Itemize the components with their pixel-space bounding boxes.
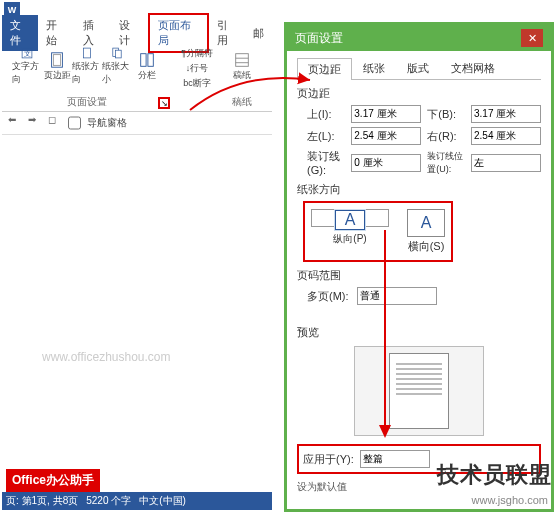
columns-button[interactable]: 分栏: [132, 46, 162, 86]
dlg-tab-layout[interactable]: 版式: [396, 57, 440, 79]
gutter-pos-select[interactable]: [471, 154, 541, 172]
qat-square[interactable]: ◻: [48, 114, 64, 130]
svg-rect-6: [116, 50, 122, 58]
ribbon: 文件 开始 插入 设计 页面布局 引用 邮 文文字方向 页边距 纸张方向 纸张大…: [2, 22, 272, 135]
right-label: 右(R):: [427, 129, 465, 144]
margins-button[interactable]: 页边距: [42, 46, 72, 86]
dialog-titlebar: 页面设置 ✕: [287, 25, 551, 51]
manuscript-button[interactable]: 稿纸: [227, 46, 257, 86]
office-badge: Office办公助手: [6, 469, 100, 492]
section-orient-label: 纸张方向: [297, 182, 541, 197]
group-manuscript-label: 稿纸: [232, 95, 252, 109]
svg-text:文: 文: [24, 50, 31, 57]
quick-access: ⬅ ➡ ◻ 导航窗格: [2, 112, 272, 135]
preview-box: [354, 346, 484, 436]
gutter-input[interactable]: [351, 154, 421, 172]
gutter-label: 装订线(G):: [307, 149, 345, 176]
top-input[interactable]: [351, 105, 421, 123]
orientation-portrait[interactable]: A 纵向(P): [311, 209, 389, 227]
portrait-icon: A: [335, 210, 365, 230]
right-input[interactable]: [471, 127, 541, 145]
line-numbers-button[interactable]: ↓行号: [184, 61, 211, 76]
svg-rect-4: [84, 48, 91, 58]
status-bar: 页: 第1页, 共8页 5220 个字 中文(中国): [2, 492, 272, 510]
page-setup-dialog-launcher[interactable]: ↘: [158, 97, 170, 109]
group-page-setup-label: 页面设置: [67, 95, 107, 109]
set-default-button[interactable]: 设为默认值: [297, 480, 347, 494]
dlg-tab-margins[interactable]: 页边距: [297, 58, 352, 80]
status-words: 5220 个字: [86, 494, 131, 508]
qat-back[interactable]: ⬅: [8, 114, 24, 130]
close-button[interactable]: ✕: [521, 29, 543, 47]
tab-mailings[interactable]: 邮: [245, 23, 272, 44]
landscape-icon: A: [407, 209, 445, 237]
dialog-title: 页面设置: [295, 30, 343, 47]
orientation-landscape[interactable]: A 横向(S): [407, 209, 445, 254]
watermark: www.officezhushou.com: [42, 350, 171, 364]
svg-rect-7: [141, 53, 146, 66]
brand-url: www.jsgho.com: [472, 494, 548, 506]
dlg-tab-grid[interactable]: 文档网格: [440, 57, 506, 79]
nav-pane-label: 导航窗格: [85, 114, 129, 132]
size-button[interactable]: 纸张大小: [102, 46, 132, 86]
apply-label: 应用于(Y):: [303, 452, 354, 467]
orientation-button[interactable]: 纸张方向: [72, 46, 102, 86]
apply-select[interactable]: [360, 450, 430, 468]
section-pages-label: 页码范围: [297, 268, 541, 283]
qat-forward[interactable]: ➡: [28, 114, 44, 130]
status-lang: 中文(中国): [139, 494, 186, 508]
left-input[interactable]: [351, 127, 421, 145]
bottom-label: 下(B):: [427, 107, 465, 122]
document-area[interactable]: www.officezhushou.com: [2, 140, 272, 490]
page-setup-dialog: 页面设置 ✕ 页边距 纸张 版式 文档网格 页边距 上(I): 下(B): 左(…: [284, 22, 554, 512]
multi-label: 多页(M):: [307, 289, 349, 304]
brand-overlay: 技术员联盟: [437, 460, 552, 490]
multi-select[interactable]: [357, 287, 437, 305]
gutter-pos-label: 装订线位置(U):: [427, 150, 465, 176]
hyphenation-button[interactable]: bc断字: [181, 76, 213, 91]
dlg-tab-paper[interactable]: 纸张: [352, 57, 396, 79]
section-preview-label: 预览: [297, 325, 541, 340]
bottom-input[interactable]: [471, 105, 541, 123]
status-page: 页: 第1页, 共8页: [6, 494, 78, 508]
preview-page: [389, 353, 449, 429]
section-margins-label: 页边距: [297, 86, 541, 101]
svg-rect-9: [236, 53, 249, 66]
nav-pane-checkbox[interactable]: [68, 114, 81, 132]
ribbon-tabs: 文件 开始 插入 设计 页面布局 引用 邮: [2, 22, 272, 44]
svg-rect-8: [148, 53, 153, 66]
svg-rect-3: [53, 54, 60, 65]
left-label: 左(L):: [307, 129, 345, 144]
orientation-group: A 纵向(P) A 横向(S): [303, 201, 453, 262]
text-direction-button[interactable]: 文文字方向: [12, 46, 42, 86]
breaks-button[interactable]: ¶分隔符: [179, 46, 215, 61]
top-label: 上(I):: [307, 107, 345, 122]
